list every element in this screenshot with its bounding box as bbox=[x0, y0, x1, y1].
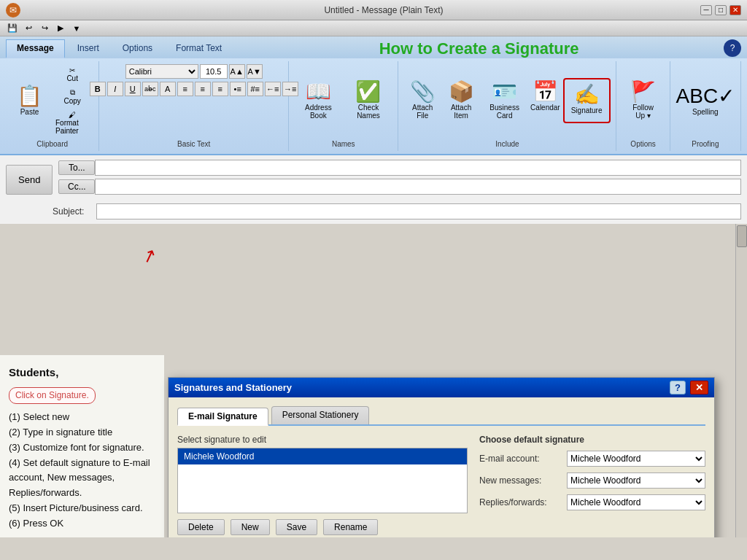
dialog-help-btn[interactable]: ? bbox=[670, 381, 686, 394]
ribbon-tab-bar: Message Insert Options Format Text How t… bbox=[0, 36, 747, 58]
text-color-btn[interactable]: A bbox=[160, 82, 176, 96]
clipboard-content: 📋 Paste ✂ Cut ⧉ Copy bbox=[12, 64, 93, 137]
names-buttons: 📖 Address Book ✅ Check Names bbox=[295, 78, 392, 123]
paste-area: 📋 Paste ✂ Cut ⧉ Copy bbox=[12, 64, 93, 137]
cut-button[interactable]: ✂ Cut bbox=[52, 64, 93, 85]
to-button[interactable]: To... bbox=[58, 160, 95, 175]
copy-button[interactable]: ⧉ Copy bbox=[52, 86, 93, 107]
send-button[interactable]: Send bbox=[6, 165, 53, 195]
tab-format-text[interactable]: Format Text bbox=[165, 39, 233, 58]
delete-btn[interactable]: Delete bbox=[177, 519, 225, 535]
new-messages-row: New messages: Michele Woodford bbox=[479, 472, 705, 489]
main-scrollbar-thumb[interactable] bbox=[737, 225, 747, 247]
dropdown-btn[interactable]: ▼ bbox=[70, 22, 83, 35]
paste-button[interactable]: 📋 Paste bbox=[12, 82, 47, 120]
attach-item-label: Attach Item bbox=[447, 104, 475, 120]
indent-less-btn[interactable]: ←≡ bbox=[265, 82, 281, 96]
email-account-select[interactable]: Michele Woodford bbox=[567, 451, 705, 467]
strikethrough-btn[interactable]: ab̶c bbox=[142, 82, 158, 96]
sig-list-item-0[interactable]: Michele Woodford bbox=[178, 448, 467, 464]
quick-access-toolbar: 💾 ↩ ↪ ▶ ▼ bbox=[0, 20, 747, 36]
subject-field[interactable] bbox=[96, 203, 741, 219]
follow-up-button[interactable]: 🚩 Follow Up ▾ bbox=[622, 78, 663, 123]
align-right-btn[interactable]: ≡ bbox=[212, 82, 228, 96]
sig-list[interactable]: Michele Woodford bbox=[177, 448, 468, 513]
copy-icon: ⧉ bbox=[70, 88, 75, 97]
proofing-group: ABC✓ Spelling Proofing bbox=[670, 61, 741, 151]
format-painter-button[interactable]: 🖌 Format Painter bbox=[52, 109, 93, 137]
arrow-indicator: ↗ bbox=[139, 244, 160, 268]
dialog-controls: ? ✕ bbox=[670, 381, 708, 394]
address-book-label: Address Book bbox=[300, 104, 336, 120]
undo-btn[interactable]: ↩ bbox=[22, 22, 35, 35]
signature-label: Signature bbox=[571, 106, 603, 114]
main-scrollbar[interactable] bbox=[735, 224, 747, 537]
rename-btn[interactable]: Rename bbox=[323, 519, 378, 535]
italic-btn[interactable]: I bbox=[107, 82, 123, 96]
tab-personal-stationery[interactable]: Personal Stationery bbox=[271, 406, 370, 424]
close-button[interactable]: ✕ bbox=[729, 5, 741, 15]
address-book-button[interactable]: 📖 Address Book bbox=[295, 78, 341, 123]
minimize-button[interactable]: ─ bbox=[700, 5, 712, 15]
ribbon-content: 📋 Paste ✂ Cut ⧉ Copy bbox=[0, 58, 747, 154]
step-3: (3) Customize font for signature. bbox=[9, 440, 155, 456]
email-header: Send To... Cc... Subject: bbox=[0, 155, 747, 224]
dialog-main-content: Select signature to edit Michele Woodfor… bbox=[177, 435, 705, 535]
instructions-panel: Students, Click on Signature. (1) Select… bbox=[0, 355, 164, 537]
numbering-btn[interactable]: #≡ bbox=[247, 82, 263, 96]
greeting: Students, bbox=[9, 364, 155, 381]
save-btn[interactable]: Save bbox=[276, 519, 317, 535]
bullets-btn[interactable]: •≡ bbox=[230, 82, 246, 96]
underline-btn[interactable]: U bbox=[125, 82, 141, 96]
maximize-button[interactable]: □ bbox=[715, 5, 727, 15]
page-heading: How to Create a Signature bbox=[379, 39, 579, 58]
signature-highlight: ✍ Signature bbox=[563, 78, 611, 123]
tab-insert[interactable]: Insert bbox=[66, 39, 110, 58]
check-names-button[interactable]: ✅ Check Names bbox=[345, 78, 392, 123]
redo-btn[interactable]: ↪ bbox=[38, 22, 51, 35]
font-grow-btn[interactable]: A▲ bbox=[229, 64, 245, 79]
spelling-button[interactable]: ABC✓ Spelling bbox=[671, 82, 740, 120]
cc-button[interactable]: Cc... bbox=[58, 179, 95, 194]
window-title: Untitled - Message (Plain Text) bbox=[26, 5, 741, 15]
sig-select-panel: Select signature to edit Michele Woodfor… bbox=[177, 435, 468, 535]
font-size-input[interactable] bbox=[200, 64, 228, 79]
tab-email-sig[interactable]: E-mail Signature bbox=[177, 408, 268, 426]
new-btn[interactable]: New bbox=[231, 519, 270, 535]
align-center-btn[interactable]: ≡ bbox=[195, 82, 211, 96]
attach-item-button[interactable]: 📦 Attach Item bbox=[442, 78, 480, 123]
font-select[interactable]: Calibri bbox=[125, 64, 198, 79]
proofing-content: ABC✓ Spelling bbox=[671, 64, 740, 137]
outlook-orb[interactable]: ? bbox=[724, 39, 741, 57]
dialog-close-btn[interactable]: ✕ bbox=[690, 381, 708, 394]
calendar-button[interactable]: 📅 Calendar bbox=[529, 78, 562, 123]
replies-select[interactable]: Michele Woodford bbox=[567, 494, 705, 510]
cc-row: Cc... bbox=[58, 179, 741, 195]
step-6: (6) Press OK bbox=[9, 516, 155, 532]
sig-default-panel: Choose default signature E-mail account:… bbox=[479, 435, 705, 535]
cc-field[interactable] bbox=[95, 179, 741, 195]
signature-button[interactable]: ✍ Signature bbox=[566, 81, 608, 118]
bold-btn[interactable]: B bbox=[90, 82, 106, 96]
include-group: 📎 Attach File 📦 Attach Item 🪪 Business C… bbox=[398, 61, 616, 151]
subject-row: Subject: bbox=[6, 203, 741, 219]
attach-file-button[interactable]: 📎 Attach File bbox=[404, 78, 441, 123]
email-to-row: Send To... Cc... bbox=[6, 160, 741, 199]
paste-label: Paste bbox=[20, 108, 39, 116]
to-row: To... bbox=[58, 160, 741, 176]
business-card-button[interactable]: 🪪 Business Card bbox=[481, 78, 527, 123]
click-signature-btn[interactable]: Click on Signature. bbox=[9, 387, 96, 404]
email-account-label: E-mail account: bbox=[479, 454, 567, 464]
step-4: (4) Set default signature to E-mail acco… bbox=[9, 456, 155, 501]
send-receive-btn[interactable]: ▶ bbox=[54, 22, 67, 35]
dialog-title: Signatures and Stationery bbox=[174, 382, 292, 393]
tab-message[interactable]: Message bbox=[6, 39, 65, 58]
new-messages-select[interactable]: Michele Woodford bbox=[567, 472, 705, 489]
tab-options[interactable]: Options bbox=[112, 39, 163, 58]
align-left-btn[interactable]: ≡ bbox=[177, 82, 193, 96]
font-shrink-btn[interactable]: A▼ bbox=[247, 64, 263, 79]
save-quick-btn[interactable]: 💾 bbox=[6, 22, 19, 35]
step-1: (1) Select new bbox=[9, 410, 155, 425]
to-field[interactable] bbox=[95, 160, 741, 176]
basic-text-group: Calibri A▲ A▼ B I U ab̶c A ≡ ≡ ≡ •≡ #≡ bbox=[99, 61, 289, 151]
